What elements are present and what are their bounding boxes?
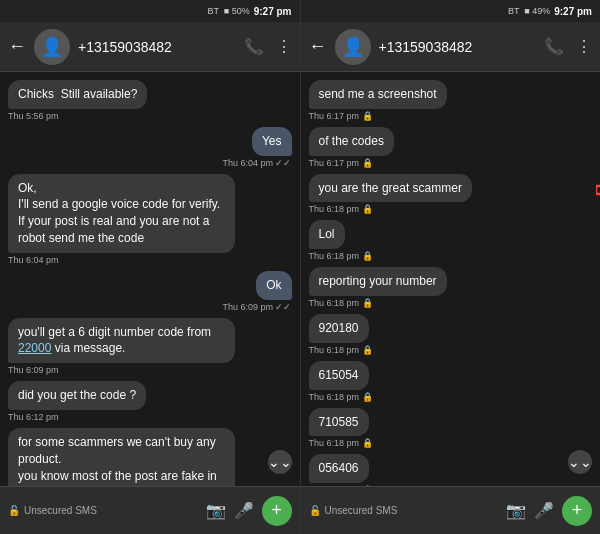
left-mic-icon[interactable]: 🎤 bbox=[234, 501, 254, 520]
svg-marker-0 bbox=[596, 180, 600, 200]
left-text-msg2: Yes bbox=[262, 134, 282, 148]
left-avatar-icon: 👤 bbox=[41, 36, 63, 58]
left-contact-name[interactable]: +13159038482 bbox=[78, 39, 236, 55]
right-status-bar: BT ■ 49% 9:27 pm bbox=[301, 0, 601, 22]
right-bubble-msg9: 056406 bbox=[309, 454, 369, 483]
left-bubble-msg1: Chicks Still available? bbox=[8, 80, 147, 109]
right-time-msg7: Thu 6:18 pm 🔒 bbox=[309, 392, 593, 402]
right-camera-icon[interactable]: 📷 bbox=[506, 501, 526, 520]
right-avatar-icon: 👤 bbox=[342, 36, 364, 58]
right-back-button[interactable]: ← bbox=[309, 36, 327, 57]
left-add-button[interactable]: + bbox=[262, 496, 292, 526]
left-time-msg2: Thu 6:04 pm ✓✓ bbox=[8, 158, 292, 168]
left-msg1: Chicks Still available? Thu 5:56 pm bbox=[8, 80, 292, 121]
right-text-msg2: of the codes bbox=[319, 134, 384, 148]
left-camera-icon[interactable]: 📷 bbox=[206, 501, 226, 520]
right-bubble-msg5: reporting your number bbox=[309, 267, 447, 296]
left-text-msg5: you'll get a 6 digit number code from 22… bbox=[18, 325, 211, 356]
right-time-msg3: Thu 6:18 pm 🔒 bbox=[309, 204, 593, 214]
left-bubble-msg7: for some scammers we can't buy any produ… bbox=[8, 428, 235, 486]
right-messages-area: send me a screenshot Thu 6:17 pm 🔒 of th… bbox=[301, 72, 601, 486]
left-bottom-bar: 🔓 Unsecured SMS 📷 🎤 + bbox=[0, 486, 300, 534]
left-msg2: Yes Thu 6:04 pm ✓✓ bbox=[8, 127, 292, 168]
left-scroll-down[interactable]: ⌄⌄ bbox=[268, 450, 292, 474]
right-sms-label: 🔓 Unsecured SMS bbox=[309, 505, 398, 516]
right-msg9: 056406 Thu 6:18 pm 🔒 bbox=[309, 454, 593, 486]
right-header-icons: 📞 ⋮ bbox=[544, 37, 592, 56]
right-mic-icon[interactable]: 🎤 bbox=[534, 501, 554, 520]
right-text-msg6: 920180 bbox=[319, 321, 359, 335]
left-text-msg3: Ok,I'll send a google voice code for ver… bbox=[18, 181, 220, 245]
right-text-msg7: 615054 bbox=[319, 368, 359, 382]
left-time-msg1: Thu 5:56 pm bbox=[8, 111, 292, 121]
right-call-icon[interactable]: 📞 bbox=[544, 37, 564, 56]
right-msg3: you are the great scammer Thu 6:18 pm 🔒 bbox=[309, 174, 593, 215]
left-header-icons: 📞 ⋮ bbox=[244, 37, 292, 56]
right-status-icons: BT ■ 49% bbox=[508, 6, 550, 16]
right-avatar: 👤 bbox=[335, 29, 371, 65]
right-bubble-msg3: you are the great scammer bbox=[309, 174, 472, 203]
left-text-msg1: Chicks Still available? bbox=[18, 87, 137, 101]
right-bubble-msg2: of the codes bbox=[309, 127, 394, 156]
left-sms-lock-icon: 🔓 bbox=[8, 505, 20, 516]
left-call-icon[interactable]: 📞 bbox=[244, 37, 264, 56]
left-bubble-msg3: Ok,I'll send a google voice code for ver… bbox=[8, 174, 235, 253]
right-text-msg5: reporting your number bbox=[319, 274, 437, 288]
right-sms-text: Unsecured SMS bbox=[325, 505, 398, 516]
left-back-button[interactable]: ← bbox=[8, 36, 26, 57]
right-time-msg1: Thu 6:17 pm 🔒 bbox=[309, 111, 593, 121]
right-bubble-msg7: 615054 bbox=[309, 361, 369, 390]
right-msg5: reporting your number Thu 6:18 pm 🔒 bbox=[309, 267, 593, 308]
left-sms-text: Unsecured SMS bbox=[24, 505, 97, 516]
left-msg6: did you get the code ? Thu 6:12 pm bbox=[8, 381, 292, 422]
left-avatar: 👤 bbox=[34, 29, 70, 65]
left-bubble-msg6: did you get the code ? bbox=[8, 381, 146, 410]
left-msg5: you'll get a 6 digit number code from 22… bbox=[8, 318, 292, 376]
right-header: ← 👤 +13159038482 📞 ⋮ bbox=[301, 22, 601, 72]
left-sms-label: 🔓 Unsecured SMS bbox=[8, 505, 97, 516]
left-bubble-msg4: Ok bbox=[256, 271, 291, 300]
right-text-msg8: 710585 bbox=[319, 415, 359, 429]
left-time-msg5: Thu 6:09 pm bbox=[8, 365, 292, 375]
right-text-msg1: send me a screenshot bbox=[319, 87, 437, 101]
left-screen: BT ■ 50% 9:27 pm ← 👤 +13159038482 📞 ⋮ Ch… bbox=[0, 0, 300, 534]
right-text-msg3: you are the great scammer bbox=[319, 181, 462, 195]
right-bubble-msg1: send me a screenshot bbox=[309, 80, 447, 109]
right-bottom-bar: 🔓 Unsecured SMS 📷 🎤 + bbox=[301, 486, 601, 534]
right-bubble-msg8: 710585 bbox=[309, 408, 369, 437]
left-status-icons: BT ■ 50% bbox=[207, 6, 249, 16]
left-status-bar: BT ■ 50% 9:27 pm bbox=[0, 0, 300, 22]
left-messages-area: Chicks Still available? Thu 5:56 pm Yes … bbox=[0, 72, 300, 486]
left-header: ← 👤 +13159038482 📞 ⋮ bbox=[0, 22, 300, 72]
right-contact-name[interactable]: +13159038482 bbox=[379, 39, 537, 55]
right-add-button[interactable]: + bbox=[562, 496, 592, 526]
right-more-icon[interactable]: ⋮ bbox=[576, 37, 592, 56]
left-time: 9:27 pm bbox=[254, 6, 292, 17]
right-msg2: of the codes Thu 6:17 pm 🔒 bbox=[309, 127, 593, 168]
right-msg4: Lol Thu 6:18 pm 🔒 bbox=[309, 220, 593, 261]
left-time-msg3: Thu 6:04 pm bbox=[8, 255, 292, 265]
right-text-msg9: 056406 bbox=[319, 461, 359, 475]
right-time-msg9: Thu 6:18 pm 🔒 bbox=[309, 485, 593, 486]
left-text-msg6: did you get the code ? bbox=[18, 388, 136, 402]
right-msg1: send me a screenshot Thu 6:17 pm 🔒 bbox=[309, 80, 593, 121]
right-time-msg5: Thu 6:18 pm 🔒 bbox=[309, 298, 593, 308]
left-msg4: Ok Thu 6:09 pm ✓✓ bbox=[8, 271, 292, 312]
right-bubble-msg4: Lol bbox=[309, 220, 345, 249]
left-text-msg7: for some scammers we can't buy any produ… bbox=[18, 435, 220, 486]
left-msg7: for some scammers we can't buy any produ… bbox=[8, 428, 292, 486]
left-bubble-msg5: you'll get a 6 digit number code from 22… bbox=[8, 318, 235, 364]
right-text-msg4: Lol bbox=[319, 227, 335, 241]
right-msg6: 920180 Thu 6:18 pm 🔒 bbox=[309, 314, 593, 355]
red-arrow-icon bbox=[596, 176, 600, 204]
left-more-icon[interactable]: ⋮ bbox=[276, 37, 292, 56]
right-scroll-down[interactable]: ⌄⌄ bbox=[568, 450, 592, 474]
left-msg3: Ok,I'll send a google voice code for ver… bbox=[8, 174, 292, 265]
right-time-msg4: Thu 6:18 pm 🔒 bbox=[309, 251, 593, 261]
left-time-msg6: Thu 6:12 pm bbox=[8, 412, 292, 422]
left-time-msg4: Thu 6:09 pm ✓✓ bbox=[8, 302, 292, 312]
right-time-msg6: Thu 6:18 pm 🔒 bbox=[309, 345, 593, 355]
right-bubble-msg6: 920180 bbox=[309, 314, 369, 343]
left-bubble-msg2: Yes bbox=[252, 127, 292, 156]
right-time: 9:27 pm bbox=[554, 6, 592, 17]
